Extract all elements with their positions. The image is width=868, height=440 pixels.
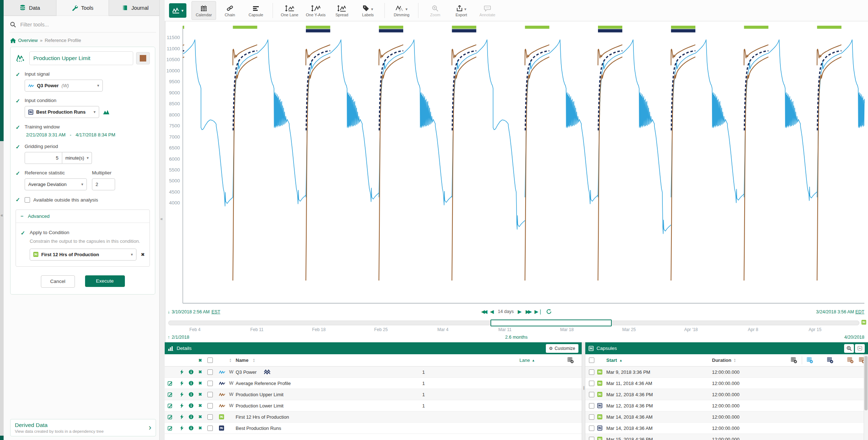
row-checkbox[interactable] — [589, 426, 594, 431]
investigate-span[interactable]: 2.6 months — [505, 335, 528, 340]
edit-icon[interactable] — [168, 426, 173, 431]
one-lane-button[interactable]: One Lane — [277, 1, 302, 20]
capsule-row[interactable]: Mar 12, 2018 4:36 PM12:00:00.000 — [585, 389, 868, 400]
filter-tools-input[interactable] — [20, 21, 130, 28]
panel-splitter[interactable]: ❙❙ — [582, 342, 585, 440]
add-stat-upper-limit-icon[interactable] — [847, 354, 854, 366]
available-outside-checkbox[interactable] — [25, 197, 30, 203]
details-row[interactable]: ✖First 12 Hrs of Production — [165, 411, 582, 423]
timeline-track[interactable] — [168, 321, 859, 325]
derived-data-footer[interactable]: Derived Data View data created by tools … — [10, 419, 156, 436]
display-range-end[interactable]: 3/24/2018 3:56 AM EDT — [816, 309, 864, 314]
labels-button[interactable]: ▾ Labels — [355, 1, 380, 20]
details-row[interactable]: ✖WProduction Upper Limit1 — [165, 389, 582, 400]
timeline-capsule-icon[interactable] — [861, 320, 866, 325]
add-column-icon[interactable] — [568, 354, 574, 366]
execute-button[interactable]: Execute — [85, 275, 125, 287]
capsules-zoom-button[interactable] — [844, 344, 854, 353]
capsule-button[interactable]: Capsule — [244, 1, 268, 20]
row-checkbox[interactable] — [207, 381, 213, 386]
cancel-button[interactable]: Cancel — [41, 275, 75, 288]
breadcrumb-overview-link[interactable]: Overview — [18, 38, 38, 43]
input-signal-select[interactable]: Q3 Power (W) ▾ — [25, 80, 103, 92]
reference-statistic-select[interactable]: Average Deviation ▾ — [25, 178, 87, 190]
remove-icon[interactable]: ✖ — [198, 392, 202, 397]
details-row[interactable]: ✖Best Production Runs — [165, 423, 582, 434]
row-checkbox[interactable] — [207, 369, 213, 375]
timezone-link[interactable]: EDT — [855, 309, 864, 314]
row-checkbox[interactable] — [207, 414, 213, 420]
tab-journal[interactable]: Journal — [109, 0, 162, 16]
remove-icon[interactable]: ✖ — [198, 369, 202, 375]
step-forward-full-icon[interactable]: ▶▶ — [526, 309, 531, 314]
details-row[interactable]: ✖WProduction Lower Limit1 — [165, 400, 582, 411]
view-condition-chart-icon[interactable] — [103, 109, 110, 115]
add-stat-q3-power-icon[interactable] — [807, 354, 813, 366]
export-button[interactable]: ▾ Export — [449, 1, 473, 20]
edit-icon[interactable] — [168, 381, 173, 386]
input-condition-select[interactable]: Best Production Runs ▾ — [25, 106, 99, 118]
remove-icon[interactable]: ✖ — [198, 403, 202, 408]
chain-button[interactable]: Chain — [218, 1, 242, 20]
apply-condition-select[interactable]: First 12 Hrs of Production ▾ — [30, 249, 136, 261]
lane-column-header[interactable]: Lane▲ — [519, 354, 535, 366]
info-icon[interactable] — [189, 381, 194, 386]
duration-label[interactable]: 14 days — [498, 309, 514, 314]
dimming-button[interactable]: ▾ Dimming — [389, 1, 414, 20]
sort-icon[interactable]: ▲▼ — [253, 354, 255, 366]
autoupdate-icon[interactable] — [180, 403, 184, 408]
duration-column-header[interactable]: Duration▲▼ — [712, 354, 736, 366]
remove-icon[interactable]: ✖ — [198, 414, 202, 419]
step-forward-half-icon[interactable]: ▶ — [518, 309, 522, 314]
row-checkbox[interactable] — [589, 437, 594, 440]
row-checkbox[interactable] — [589, 414, 594, 420]
start-column-header[interactable]: Start▲ — [606, 354, 623, 366]
scrollbar-thumb[interactable] — [864, 356, 868, 410]
name-column-header[interactable]: Name — [236, 354, 248, 366]
capsule-row[interactable]: Mar 11, 2018 4:36 AM12:00:00.000 — [585, 378, 868, 389]
info-icon[interactable] — [189, 426, 194, 431]
autoupdate-icon[interactable] — [180, 369, 184, 375]
edit-icon[interactable] — [168, 414, 173, 419]
color-swatch-button[interactable] — [136, 52, 150, 64]
trend-chart[interactable]: 4000450050005500600065007000750080008500… — [165, 21, 868, 307]
remove-all-icon[interactable]: ✖ — [198, 354, 202, 366]
details-row[interactable]: ✖WQ3 Power1 — [165, 367, 582, 378]
display-range-start[interactable]: ↓ 3/10/2018 2:56 AM EST — [168, 309, 220, 314]
row-checkbox[interactable] — [589, 369, 594, 375]
refresh-icon[interactable] — [547, 309, 552, 314]
calendar-button[interactable]: Calendar — [191, 1, 216, 20]
row-checkbox[interactable] — [589, 381, 594, 386]
step-back-full-icon[interactable]: ◀◀ — [481, 309, 486, 314]
select-all-checkbox[interactable] — [207, 354, 213, 366]
timeline-selected-window[interactable] — [490, 320, 612, 326]
capsules-scrollbar[interactable] — [864, 354, 868, 440]
remove-icon[interactable]: ✖ — [198, 381, 202, 386]
row-checkbox[interactable] — [589, 403, 594, 409]
info-icon[interactable] — [189, 392, 194, 397]
multiplier-input[interactable]: 2 — [92, 178, 115, 190]
info-icon[interactable] — [189, 403, 194, 408]
tab-data[interactable]: Data — [4, 0, 56, 16]
training-end-link[interactable]: 4/17/2018 8:34 PM — [76, 132, 115, 138]
remove-icon[interactable]: ✖ — [198, 426, 202, 431]
customize-button[interactable]: ⚙ Customize — [546, 344, 578, 353]
row-checkbox[interactable] — [207, 392, 213, 397]
info-icon[interactable] — [189, 414, 194, 419]
info-icon[interactable] — [189, 369, 194, 375]
investigate-start[interactable]: ↑ 2/1/2018 — [168, 335, 189, 340]
edit-icon[interactable] — [168, 392, 173, 397]
add-stat-reference-icon[interactable] — [827, 354, 833, 366]
capsule-row[interactable]: Mar 12, 2018 4:36 PM12:00:00.000 — [585, 400, 868, 411]
row-checkbox[interactable] — [207, 403, 213, 409]
home-icon[interactable] — [10, 38, 16, 43]
tab-tools[interactable]: Tools — [56, 0, 109, 16]
capsules-collapse-button[interactable] — [855, 344, 865, 353]
autoupdate-icon[interactable] — [180, 392, 184, 397]
collapse-left-panel-icon[interactable]: « — [0, 213, 4, 218]
tool-name-input[interactable]: Production Upper Limit — [29, 51, 133, 65]
row-checkbox[interactable] — [207, 426, 213, 431]
spread-button[interactable]: Spread — [329, 1, 354, 20]
autoupdate-icon[interactable] — [180, 414, 184, 419]
step-to-end-icon[interactable]: ▶❘ — [534, 309, 543, 314]
